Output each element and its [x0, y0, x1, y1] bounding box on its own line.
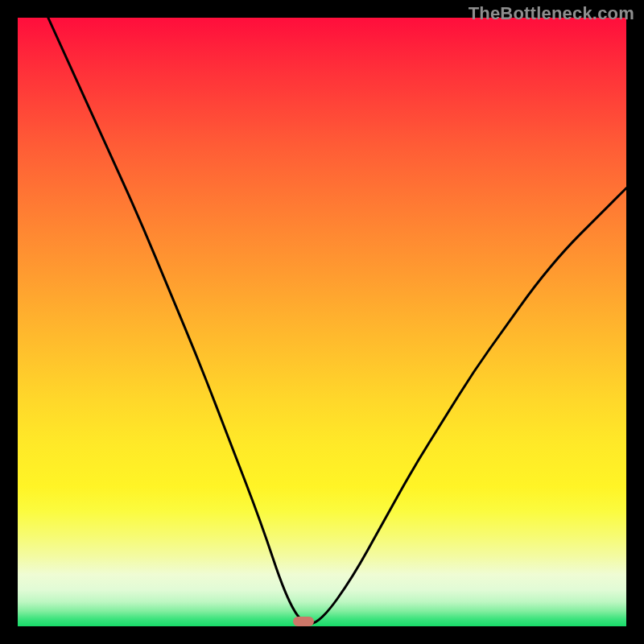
- watermark-text: TheBottleneck.com: [469, 3, 634, 24]
- minimum-marker: [293, 617, 314, 626]
- curve-path: [48, 18, 626, 624]
- chart-frame: TheBottleneck.com: [0, 0, 644, 644]
- plot-area: [18, 18, 626, 626]
- bottleneck-curve: [18, 18, 626, 626]
